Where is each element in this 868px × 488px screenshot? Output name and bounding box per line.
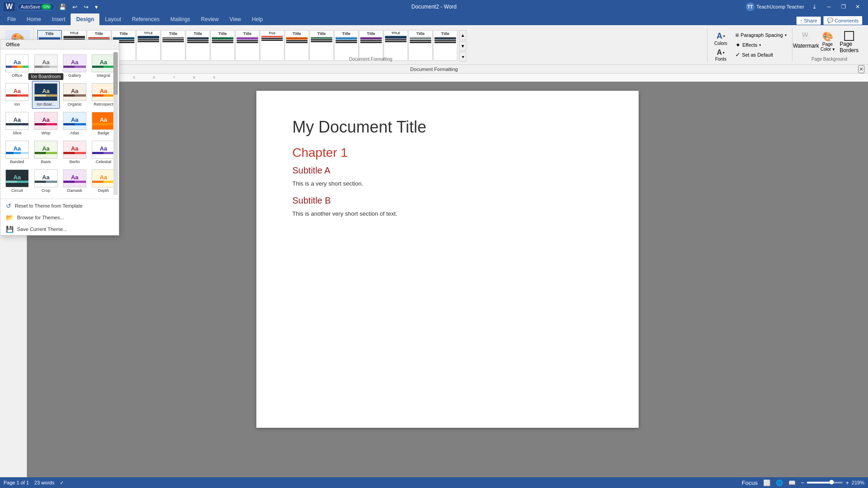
gallery-down-button[interactable]: ▼	[459, 41, 466, 51]
save-theme-label: Save Current Theme...	[17, 226, 67, 232]
theme-name-atlas: Atlas	[70, 131, 79, 135]
theme-thumb-wisp: Aa	[34, 112, 58, 130]
colors-button[interactable]: A ▾ Colors	[711, 31, 731, 47]
ribbon-display-button[interactable]: ⤓	[808, 0, 821, 13]
share-button[interactable]: ↑ Share	[796, 16, 821, 25]
status-left: Page 1 of 1 23 words ✓	[4, 480, 64, 486]
minimize-button[interactable]: ─	[822, 0, 836, 13]
style-item-8[interactable]: Title	[210, 30, 235, 61]
zoom-fill	[807, 482, 832, 484]
style-item-11[interactable]: Title	[285, 30, 309, 61]
tab-references[interactable]: References	[126, 13, 165, 25]
effects-button[interactable]: ✦ Effects ▾	[733, 40, 789, 49]
tab-insert[interactable]: Insert	[46, 13, 71, 25]
focus-label: Focus	[742, 479, 757, 486]
comments-button[interactable]: 💬 Comments	[823, 16, 863, 25]
style-item-10[interactable]: Trus	[260, 30, 284, 61]
paragraph-spacing-button[interactable]: ≡ Paragraph Spacing ▾	[733, 31, 789, 40]
themes-scroll[interactable]	[113, 82, 118, 195]
tab-home[interactable]: Home	[21, 13, 46, 25]
style-item-17[interactable]: Title	[433, 30, 457, 61]
print-layout-button[interactable]: ⬜	[762, 479, 771, 487]
customize-qat-button[interactable]: ▾	[93, 3, 100, 11]
undo-button[interactable]: ↩	[71, 3, 79, 11]
zoom-slider[interactable]	[807, 482, 843, 484]
theme-name-banded: Banded	[10, 160, 24, 164]
page-color-button[interactable]: 🎨 Page Color ▾	[818, 30, 837, 53]
fonts-dropdown-arrow: ▾	[723, 51, 725, 55]
tab-help[interactable]: Help	[246, 13, 268, 25]
style-item-13[interactable]: Title	[334, 30, 358, 61]
style-item-5[interactable]: TITLE	[136, 30, 161, 61]
theme-name-slice: Slice	[13, 131, 22, 135]
theme-thumb-ion: Aa	[5, 83, 29, 101]
doc-format-band-close-button[interactable]: ✕	[858, 65, 864, 73]
theme-item-atlas[interactable]: Aa Atlas	[61, 110, 89, 138]
tab-design[interactable]: Design	[71, 13, 99, 25]
colors-icon: A	[716, 31, 722, 41]
zoom-in-button[interactable]: +	[845, 479, 850, 487]
user-area: TT TeachUcomp Teacher	[746, 2, 804, 11]
fonts-button[interactable]: A ▾ Fonts	[711, 48, 731, 62]
zoom-percent: 219%	[852, 480, 864, 485]
style-item-9[interactable]: Title	[235, 30, 260, 61]
style-item-15[interactable]: TITLE	[384, 30, 408, 61]
tab-file[interactable]: File	[2, 13, 21, 25]
themes-scroll-thumb[interactable]	[113, 82, 118, 95]
theme-name-wisp: Wisp	[41, 131, 50, 135]
ruler-content[interactable]: 1 2 3 4 5 6 7 8 9	[49, 75, 841, 80]
read-mode-button[interactable]: 📖	[787, 479, 796, 487]
reset-theme-item[interactable]: ↺ Reset to Theme from Template	[0, 200, 119, 212]
close-button[interactable]: ✕	[851, 0, 864, 13]
document-chapter: Chapter 1	[292, 146, 603, 160]
ribbon: File Home Insert Design Layout Reference…	[0, 13, 868, 82]
style-item-14[interactable]: Title	[359, 30, 383, 61]
zoom-out-button[interactable]: −	[800, 479, 805, 487]
tab-layout[interactable]: Layout	[99, 13, 126, 25]
style-item-16[interactable]: Title	[408, 30, 433, 61]
tab-review[interactable]: Review	[196, 13, 224, 25]
theme-thumb-atlas: Aa	[63, 112, 86, 130]
set-as-default-button[interactable]: ✓ Set as Default	[733, 50, 789, 59]
style-item-6[interactable]: Title	[161, 30, 185, 61]
theme-thumb-damask: Aa	[63, 169, 86, 187]
tab-mailings[interactable]: Mailings	[165, 13, 196, 25]
document-subtitle-a-text: Subtitle A	[292, 165, 331, 175]
theme-item-banded[interactable]: Aa Banded	[3, 138, 31, 166]
redo-button[interactable]: ↪	[82, 3, 90, 11]
page-color-label: Page Color ▾	[819, 42, 837, 52]
para-spacing-arrow: ▾	[785, 33, 787, 37]
theme-item-wisp[interactable]: Aa Wisp	[32, 110, 60, 138]
focus-button[interactable]: Focus	[741, 479, 758, 487]
theme-item-slice[interactable]: Aa Slice	[3, 110, 31, 138]
autosave-badge[interactable]: AutoSave ON	[18, 3, 54, 10]
web-layout-button[interactable]: 🌐	[775, 479, 784, 487]
watermark-button[interactable]: W ▭ Watermark	[796, 30, 816, 50]
restore-button[interactable]: ❐	[837, 0, 850, 13]
page-color-group: 🎨 Page Color ▾	[818, 30, 837, 53]
theme-item-organic[interactable]: Aa Organic	[61, 82, 89, 109]
save-button[interactable]: 💾	[57, 3, 68, 11]
theme-item-basis[interactable]: Aa Basis	[32, 138, 60, 166]
theme-item-ion[interactable]: Aa Ion	[3, 82, 31, 109]
save-theme-item[interactable]: 💾 Save Current Theme...	[0, 223, 119, 235]
theme-item-crop[interactable]: Aa Crop	[32, 167, 60, 195]
theme-item-circuit[interactable]: Aa Circuit	[3, 167, 31, 195]
tab-view[interactable]: View	[224, 13, 246, 25]
document-area[interactable]: My Document Title Chapter 1 Subtitle A T…	[27, 82, 868, 477]
zoom-bar: − + 219%	[800, 479, 864, 487]
formatting-options-content: A ▾ Colors A ▾ Fonts	[711, 28, 789, 62]
doc-format-band-label: Document Formatting	[410, 67, 458, 72]
autosave-toggle[interactable]: ON	[41, 4, 51, 9]
style-item-12[interactable]: Title	[309, 30, 334, 61]
theme-item-ion-boardroom[interactable]: Aa Ion Boar... Ion Boardroom	[32, 82, 60, 109]
theme-item-berlin[interactable]: Aa Berlin	[61, 138, 89, 166]
theme-item-damask[interactable]: Aa Damask	[61, 167, 89, 195]
page-borders-button[interactable]: Page Borders	[839, 30, 859, 54]
doc-formatting-group-label: Document Formatting	[35, 57, 707, 62]
zoom-thumb[interactable]	[829, 480, 834, 484]
style-item-7[interactable]: Title	[186, 30, 210, 61]
gallery-up-button[interactable]: ▲	[459, 30, 466, 40]
document-chapter-text: Chapter 1	[292, 146, 348, 160]
browse-themes-item[interactable]: 📂 Browse for Themes...	[0, 212, 119, 223]
